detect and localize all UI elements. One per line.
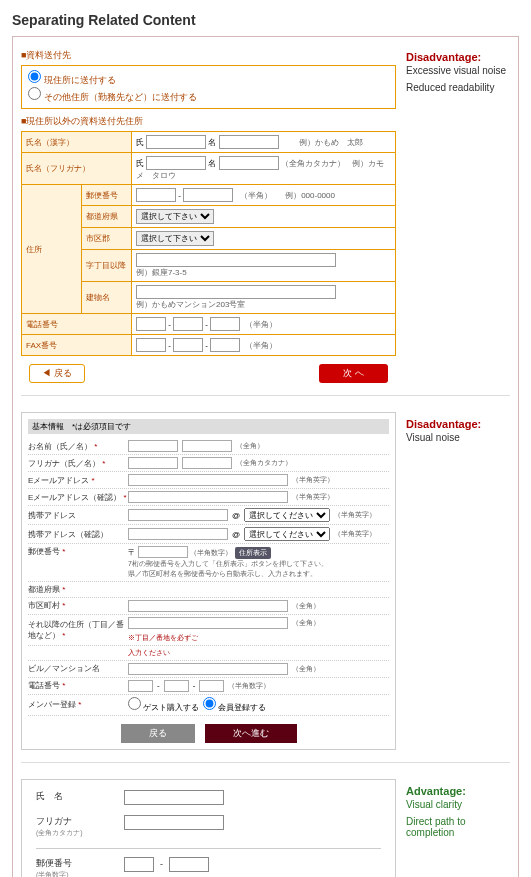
next-button[interactable]: 次 へ [319,364,388,383]
example-2-row: 基本情報 *は必須項目です お名前（氏／名） *（全角） フリガナ（氏／名） *… [21,412,510,763]
town-input[interactable] [128,617,288,629]
name-input[interactable] [124,790,224,805]
postal-2-input[interactable] [169,857,209,872]
next-button[interactable]: 次へ進む [205,724,297,743]
radio-guest[interactable]: ゲスト購入する [128,697,199,713]
mobile-input[interactable] [128,509,228,521]
example-2-form: 基本情報 *は必須項目です お名前（氏／名） *（全角） フリガナ（氏／名） *… [21,412,396,750]
label-name: 氏 名 [36,790,116,803]
tel-3-input[interactable] [210,317,240,331]
section-other-address-header: ■現住所以外の資料送付先住所 [21,115,396,128]
city-select[interactable]: 選択して下さい [136,231,214,246]
label-city: 市区郡 [82,228,132,250]
divider [36,848,381,849]
section-send-to-header: ■資料送付先 [21,49,396,62]
tel-2-input[interactable] [164,680,189,692]
example-3-note: Advantage: Visual clarity Direct path to… [406,779,510,878]
pref-select[interactable]: 選択して下さい [136,209,214,224]
given-input[interactable] [182,440,232,452]
tel-3-input[interactable] [199,680,224,692]
surname-kana-input[interactable] [146,156,206,170]
given-kana-input[interactable] [182,457,232,469]
email-confirm-input[interactable] [128,491,288,503]
surname-input[interactable] [128,440,178,452]
label-bldg: 建物名 [82,282,132,314]
back-button[interactable]: ◀ 戻る [29,364,85,383]
surname-kana-input[interactable] [128,457,178,469]
radio-other-address[interactable]: その他住所（勤務先など）に送付する [28,92,197,102]
comparison-container: ■資料送付先 現住所に送付する その他住所（勤務先など）に送付する ■現住所以外… [12,36,519,877]
given-kanji-input[interactable] [219,135,279,149]
mobile-domain-select[interactable]: 選択してください [244,508,330,522]
fax-2-input[interactable] [173,338,203,352]
label-furigana: フリガナ(全角カタカナ) [36,815,116,838]
postal-1-input[interactable] [136,188,176,202]
label-name-furigana: 氏名（フリガナ） [22,153,132,185]
email-input[interactable] [128,474,288,486]
mobile-domain-confirm-select[interactable]: 選択してください [244,527,330,541]
fax-1-input[interactable] [136,338,166,352]
tel-1-input[interactable] [136,317,166,331]
example-1-note: Disadvantage: Excessive visual noise Red… [406,45,510,383]
label-name-kanji: 氏名（漢字） [22,132,132,153]
send-to-radio-group: 現住所に送付する その他住所（勤務先など）に送付する [21,65,396,109]
furigana-input[interactable] [124,815,224,830]
label-town: 字丁目以降 [82,250,132,282]
town-input[interactable] [136,253,336,267]
address-table: 氏名（漢字） 氏 名 例）かもめ 太郎 氏名（フリガナ） 氏 名 （全角カタカナ… [21,131,396,356]
page-title: Separating Related Content [12,12,519,28]
tel-2-input[interactable] [173,317,203,331]
label-fax: FAX番号 [22,335,132,356]
fax-3-input[interactable] [210,338,240,352]
example-1-form: ■資料送付先 現住所に送付する その他住所（勤務先など）に送付する ■現住所以外… [21,45,396,383]
label-address: 住所 [22,185,82,314]
example-1-row: ■資料送付先 現住所に送付する その他住所（勤務先など）に送付する ■現住所以外… [21,45,510,396]
radio-current-address[interactable]: 現住所に送付する [28,75,116,85]
postal-lookup-button[interactable]: 住所表示 [235,547,271,559]
label-tel: 電話番号 [22,314,132,335]
example-3-form: 氏 名 フリガナ(全角カタカナ) 郵便番号(半角数字) - （7桁表示が分らない… [21,779,396,878]
postal-1-input[interactable] [124,857,154,872]
mobile-confirm-input[interactable] [128,528,228,540]
bldg-input[interactable] [136,285,336,299]
surname-kanji-input[interactable] [146,135,206,149]
city-input[interactable] [128,600,288,612]
given-kana-input[interactable] [219,156,279,170]
label-postal: 郵便番号 [82,185,132,206]
example-2-note: Disadvantage: Visual noise [406,412,510,750]
bldg-input[interactable] [128,663,288,675]
postal-2-input[interactable] [183,188,233,202]
basic-info-header: 基本情報 *は必須項目です [28,419,389,434]
example-3-row: 氏 名 フリガナ(全角カタカナ) 郵便番号(半角数字) - （7桁表示が分らない… [21,779,510,878]
tel-1-input[interactable] [128,680,153,692]
label-postal: 郵便番号(半角数字) [36,857,116,878]
label-pref: 都道府県 [82,206,132,228]
radio-register[interactable]: 会員登録する [203,697,266,713]
back-button[interactable]: 戻る [121,724,195,743]
postal-input[interactable] [138,546,188,558]
